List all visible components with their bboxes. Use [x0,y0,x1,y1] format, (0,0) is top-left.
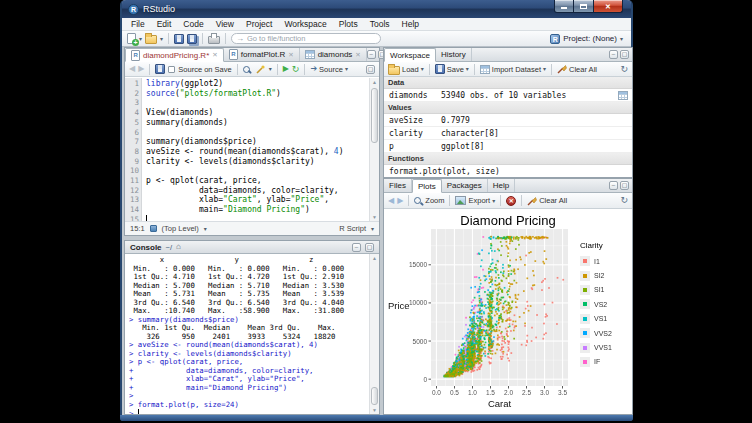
rstudio-logo-icon: R [128,4,139,15]
tab-help[interactable]: Help [488,179,515,192]
tab-files[interactable]: Files [384,179,412,192]
doc-type-label[interactable]: R Script [339,224,366,233]
tab-packages[interactable]: Packages [442,179,488,192]
object-name: clarity [384,129,441,138]
menu-file[interactable]: File [125,18,151,31]
tab-workspace[interactable]: Workspace [384,48,436,62]
close-tab-icon[interactable]: ✕ [288,51,293,59]
run-line-icon[interactable]: ▶ [283,64,289,74]
code-tools-dropdown-icon[interactable]: ▾ [269,66,272,72]
menu-help[interactable]: Help [396,18,425,31]
menu-project[interactable]: Project [240,18,278,31]
tab-diamondpricing-r-[interactable]: diamondPricing.R*✕ [125,48,224,62]
tab-history[interactable]: History [436,48,472,61]
source-icon: ➔ [310,64,317,74]
scope-label[interactable]: (Top Level) [162,224,199,233]
source-button-label: Source [319,65,343,74]
open-file-dropdown-icon[interactable]: ▾ [160,36,163,42]
save-icon[interactable] [155,64,165,74]
save-workspace-button[interactable]: Save ▾ [435,64,469,74]
tab-plots[interactable]: Plots [412,179,442,193]
minimize-pane-icon[interactable]: ‒ [609,50,618,59]
maximize-pane-icon[interactable]: ▢ [365,243,374,252]
maximize-pane-icon[interactable]: ▢ [620,181,629,190]
maximize-button[interactable] [574,0,594,13]
menu-plots[interactable]: Plots [333,18,364,31]
scroll-down-icon[interactable]: ▼ [370,213,379,221]
console-output[interactable]: x y z Min. : 0.000 Min. : 0.000 Min. : 0… [125,254,369,414]
source-button[interactable]: ➔ Source ▾ [310,64,347,74]
magnifier-icon [414,197,421,204]
console-command: > [129,409,369,414]
close-tab-icon[interactable]: ✕ [212,51,217,59]
menu-tools[interactable]: Tools [364,18,396,31]
workspace-object-row[interactable]: aveSize0.7979 [384,114,632,127]
workspace-object-row[interactable]: claritycharacter[8] [384,127,632,140]
save-all-icon[interactable] [187,34,197,44]
source-on-save-checkbox[interactable] [168,66,175,73]
print-icon[interactable] [208,36,220,44]
scroll-down-icon[interactable]: ▼ [370,406,379,414]
close-button[interactable]: ✕ [594,0,623,13]
object-value: 53940 obs. of 10 variables [441,91,618,100]
tab-formatplot-r[interactable]: formatPlot.R✕ [224,48,300,61]
minimize-pane-icon[interactable]: ‒ [609,181,618,190]
menu-view[interactable]: View [210,18,240,31]
menu-workspace[interactable]: Workspace [278,18,332,31]
legend-label: VVS1 [594,344,612,351]
legend-label: IF [594,358,600,365]
minimize-pane-icon[interactable]: ‒ [352,243,361,252]
console-pane: Console ~/ ⌂ ‒ ▢ x y z Min. : 0.000 Min.… [124,240,380,415]
code-tools-wand-icon[interactable] [255,64,266,75]
code-area[interactable]: library(ggplot2)source("plots/formatPlot… [142,78,379,221]
scroll-up-icon[interactable]: ▲ [370,254,379,262]
clear-all-plots-button[interactable]: Clear All [527,196,567,206]
remove-plot-icon[interactable]: ✕ [506,196,516,206]
workspace-object-row[interactable]: diamonds53940 obs. of 10 variables [384,89,632,102]
workspace-section-header: Functions [384,153,632,165]
next-plot-icon[interactable]: ▶ [397,196,403,206]
home-icon[interactable]: ⌂ [176,243,181,251]
forward-icon[interactable]: ▶ [138,64,144,74]
refresh-icon[interactable]: ↻ [620,196,628,205]
goto-file-input[interactable] [247,34,367,43]
code-editor[interactable]: 123456789101112131415 library(ggplot2)so… [125,78,379,221]
back-icon[interactable]: ◀ [129,64,135,74]
view-data-icon[interactable] [618,91,628,100]
minimize-button[interactable] [554,0,574,13]
scroll-up-icon[interactable]: ▲ [370,78,379,86]
legend-swatch [583,346,587,350]
menu-edit[interactable]: Edit [151,18,178,31]
zoom-label: Zoom [425,196,444,205]
load-workspace-button[interactable]: Load ▾ [388,64,424,75]
x-tick-label: 2.0 [499,389,519,396]
editor-scrollbar[interactable]: ▲ ▼ [369,78,379,221]
menu-code[interactable]: Code [177,18,209,31]
open-file-icon[interactable] [145,35,157,44]
workspace-object-row[interactable]: pggplot[8] [384,140,632,153]
export-label: Export [468,196,490,205]
minimize-pane-icon[interactable]: ‒ [367,50,376,59]
workspace-object-row[interactable]: format.plot(plot, size) [384,165,632,177]
clear-all-button[interactable]: Clear All [557,64,597,74]
save-icon[interactable] [174,34,184,44]
find-icon[interactable] [243,66,250,73]
console-scrollbar[interactable]: ▲ ▼ [369,254,379,414]
object-value: 0.7979 [441,116,632,125]
close-tab-icon[interactable]: ✕ [355,51,360,59]
tab-diamonds[interactable]: diamonds✕ [300,48,367,61]
new-file-icon[interactable] [127,33,136,44]
previous-plot-icon[interactable]: ◀ [388,196,394,206]
maximize-pane-icon[interactable]: ▢ [620,50,629,59]
goto-file-box[interactable]: → [231,33,381,44]
tab-label: diamonds [318,50,353,59]
show-panes-icon[interactable]: ▢ [366,65,375,74]
project-menu[interactable]: R Project: (None) ▾ [550,34,626,44]
new-file-dropdown-icon[interactable]: ▾ [139,36,142,42]
import-dataset-button[interactable]: Import Dataset ▾ [480,65,546,74]
export-plot-button[interactable]: Export ▾ [455,196,495,205]
refresh-icon[interactable]: ↻ [620,65,628,74]
rerun-icon[interactable]: ↻ [292,64,300,74]
title-bar[interactable]: R RStudio ✕ [122,0,631,18]
zoom-plot-button[interactable]: Zoom [414,196,444,205]
